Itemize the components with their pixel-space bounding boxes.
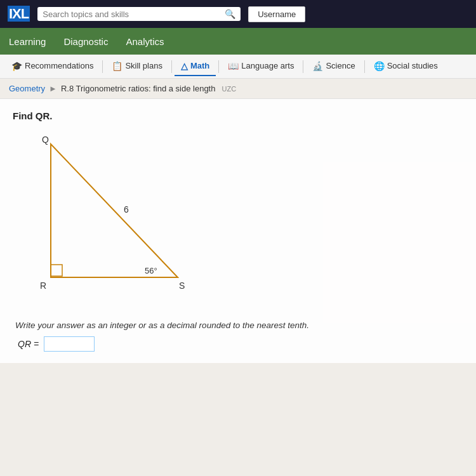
search-bar[interactable]: 🔍	[37, 7, 241, 21]
problem-instruction: Find QR.	[13, 110, 463, 121]
tab-skill-plans[interactable]: 📋 Skill plans	[105, 57, 169, 76]
tab-divider-4	[303, 60, 303, 73]
search-input[interactable]	[43, 10, 225, 19]
tab-divider-1	[102, 60, 103, 73]
svg-text:56°: 56°	[145, 266, 157, 275]
tab-recommendations[interactable]: 🎓 Recommendations	[5, 57, 100, 76]
breadcrumb-arrow: ►	[49, 84, 57, 93]
breadcrumb-parent[interactable]: Geometry	[9, 84, 45, 93]
math-icon: △	[181, 61, 188, 71]
nav-learning[interactable]: Learning	[9, 30, 46, 53]
logo: IXL	[8, 6, 30, 22]
svg-text:S: S	[179, 281, 185, 291]
nav-bar: Learning Diagnostic Analytics	[0, 28, 476, 55]
nav-diagnostic[interactable]: Diagnostic	[63, 30, 108, 53]
tab-skill-plans-label: Skill plans	[125, 61, 162, 70]
tab-language-arts[interactable]: 📖 Language arts	[221, 57, 300, 76]
tab-social-studies[interactable]: 🌐 Social studies	[367, 57, 444, 76]
svg-text:Q: Q	[42, 135, 49, 145]
recommendations-icon: 🎓	[11, 61, 22, 71]
subject-tabs: 🎓 Recommendations 📋 Skill plans △ Math 📖…	[0, 55, 476, 79]
username-button[interactable]: Username	[248, 6, 305, 22]
answer-label: QR =	[18, 339, 39, 349]
svg-text:R: R	[40, 281, 46, 291]
tab-social-studies-label: Social studies	[387, 61, 438, 70]
answer-section: Write your answer as an integer or as a …	[13, 321, 463, 352]
answer-row: QR =	[18, 336, 461, 352]
svg-rect-1	[51, 265, 62, 276]
breadcrumb-code: UZC	[221, 85, 236, 93]
tab-math-label: Math	[190, 61, 209, 70]
logo-box: IXL	[8, 6, 30, 22]
social-studies-icon: 🌐	[374, 61, 385, 71]
triangle-diagram: Q R S 6 56°	[19, 131, 222, 309]
breadcrumb: Geometry ► R.8 Trigonometric ratios: fin…	[0, 79, 476, 99]
tab-science-label: Science	[326, 61, 355, 70]
skill-plans-icon: 📋	[112, 61, 122, 71]
tab-recommendations-label: Recommendations	[25, 61, 93, 70]
language-arts-icon: 📖	[228, 61, 239, 71]
tab-divider-2	[171, 60, 172, 73]
triangle-svg: Q R S 6 56°	[19, 131, 222, 309]
answer-instruction: Write your answer as an integer or as a …	[15, 321, 461, 330]
nav-analytics[interactable]: Analytics	[126, 30, 164, 53]
tab-science[interactable]: 🔬 Science	[306, 57, 361, 76]
search-icon[interactable]: 🔍	[225, 9, 235, 19]
tab-language-arts-label: Language arts	[241, 61, 294, 70]
top-bar: IXL 🔍 Username	[0, 0, 476, 28]
tab-divider-3	[218, 60, 219, 73]
breadcrumb-current: R.8 Trigonometric ratios: find a side le…	[61, 84, 216, 93]
tab-divider-5	[364, 60, 365, 73]
main-content: Find QR. Q R S 6 56° Write your answer a…	[0, 99, 476, 363]
tab-math[interactable]: △ Math	[175, 57, 216, 76]
answer-input[interactable]	[44, 336, 95, 352]
svg-text:6: 6	[124, 204, 129, 215]
science-icon: 🔬	[312, 61, 323, 71]
svg-marker-0	[51, 144, 178, 277]
